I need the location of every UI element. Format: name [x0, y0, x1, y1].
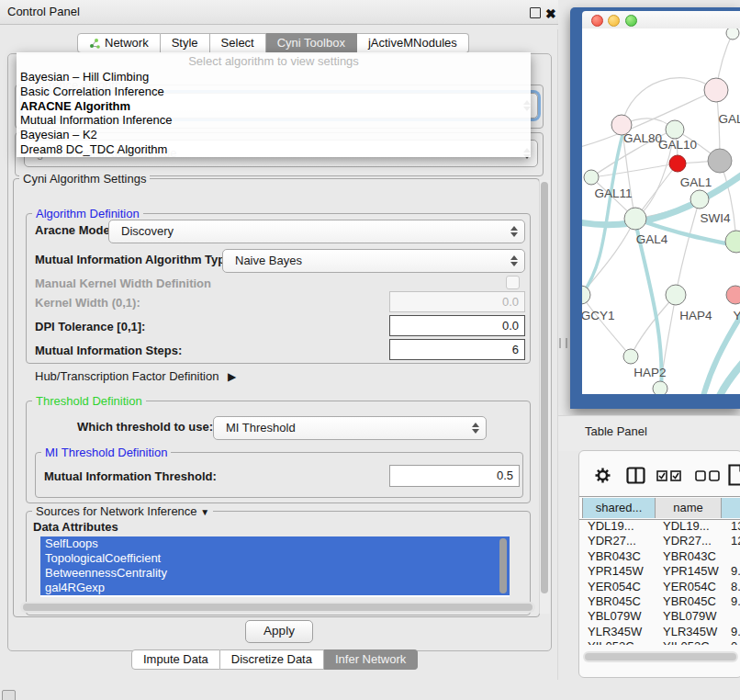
algorithm-option[interactable]: Basic Correlation Inference: [17, 85, 531, 99]
column-header-name[interactable]: name: [655, 498, 721, 518]
table-row[interactable]: YIL052C YIL052C 0.: [582, 639, 740, 645]
label-y-partial: Y: [733, 309, 740, 322]
bottom-tab-bar: Impute Data Discretize Data Infer Networ…: [131, 649, 418, 670]
settings-horizontal-scrollbar[interactable]: [20, 602, 535, 613]
attribute-list-item[interactable]: BetweennessCentrality: [40, 566, 510, 581]
tab-discretize-data[interactable]: Discretize Data: [220, 649, 324, 670]
node-gal4[interactable]: [624, 208, 646, 230]
data-attributes-label: Data Attributes: [33, 520, 118, 534]
algorithm-option[interactable]: Bayesian – K2: [17, 128, 531, 142]
deselect-all-icon[interactable]: [695, 470, 720, 481]
label-gal4: GAL4: [636, 232, 668, 246]
tab-select[interactable]: Select: [210, 33, 266, 53]
aracne-mode-label: Aracne Mode:: [35, 223, 114, 237]
mi-threshold-field[interactable]: 0.5: [389, 465, 520, 487]
hub-definition-toggle[interactable]: Hub/Transcription Factor Definition ▶: [35, 369, 236, 383]
label-hap4: HAP4: [679, 309, 712, 322]
table-horizontal-scrollbar-thumb[interactable]: [585, 653, 736, 660]
kernel-width-field[interactable]: 0.0: [389, 291, 525, 312]
table-row[interactable]: YBL079W YBL079W: [582, 609, 740, 624]
mi-steps-field[interactable]: 6: [389, 339, 525, 360]
table-header-row: shared... name: [579, 496, 740, 520]
aracne-mode-combobox[interactable]: Discovery: [108, 220, 525, 243]
node-right-green[interactable]: [725, 231, 740, 253]
zoom-traffic-light-icon[interactable]: [625, 15, 637, 27]
label-swi4: SWI4: [700, 211, 730, 225]
split-pane-grip[interactable]: [559, 338, 567, 348]
node-gray[interactable]: [708, 149, 732, 173]
panel-divider: [557, 29, 558, 680]
select-all-icon[interactable]: [656, 470, 681, 481]
node-pink-right[interactable]: [726, 286, 740, 304]
tab-cyni-toolbox[interactable]: Cyni Toolbox: [266, 33, 357, 53]
mi-algorithm-type-value: Naive Bayes: [235, 250, 302, 272]
table-row[interactable]: YDL19... YDL19... 13: [582, 519, 740, 534]
node-red[interactable]: [669, 155, 686, 172]
tab-infer-network[interactable]: Infer Network: [324, 649, 418, 670]
attribute-list-item[interactable]: TopologicalCoefficient: [40, 551, 510, 566]
network-window-titlebar[interactable]: [582, 11, 740, 29]
sources-group-title[interactable]: Sources for Network Inference ▼: [32, 505, 213, 519]
table-row[interactable]: YBR045C YBR045C 9.: [582, 594, 740, 609]
cyni-algorithm-settings-title: Cyni Algorithm Settings: [19, 173, 150, 186]
mi-steps-value: 6: [512, 340, 519, 359]
algorithm-option[interactable]: Dream8 DC_TDC Algorithm: [17, 142, 531, 157]
panel-title: Control Panel: [7, 0, 80, 24]
table-row[interactable]: YER054C YER054C 8.: [582, 580, 740, 594]
node-gal-partial[interactable]: [704, 78, 728, 102]
table-row[interactable]: YDR27... YDR27... 12: [582, 534, 740, 548]
table-row[interactable]: YLR345W YLR345W 9.: [582, 625, 740, 639]
algorithm-option[interactable]: Bayesian – Hill Climbing: [17, 70, 531, 85]
minimize-traffic-light-icon[interactable]: [608, 15, 620, 27]
column-header-shared[interactable]: shared...: [582, 498, 655, 518]
column-header-partial[interactable]: [721, 498, 740, 518]
node-gcy1[interactable]: [582, 286, 590, 304]
control-panel-titlebar: Control Panel: [0, 0, 558, 25]
node-swi4[interactable]: [690, 190, 709, 209]
data-attributes-list: SelfLoopsTopologicalCoefficientBetweenne…: [40, 536, 510, 597]
tab-style[interactable]: Style: [161, 33, 210, 53]
tab-network[interactable]: Network: [77, 33, 161, 53]
dpi-tolerance-field[interactable]: 0.0: [389, 315, 525, 336]
label-gal80: GAL80: [623, 131, 662, 145]
settings-vertical-scrollbar[interactable]: [539, 180, 550, 614]
node-partial-bottom[interactable]: [653, 381, 667, 394]
apply-button[interactable]: Apply: [245, 620, 313, 643]
node-gal11[interactable]: [584, 170, 599, 185]
table-row[interactable]: YBR043C YBR043C: [582, 549, 740, 564]
algorithm-option[interactable]: ARACNE Algorithm: [17, 99, 531, 114]
which-threshold-value: MI Threshold: [226, 417, 296, 439]
new-table-icon[interactable]: [728, 464, 740, 486]
attribute-list-item[interactable]: gal4RGexp: [40, 581, 510, 595]
attribute-list-item[interactable]: SelfLoops: [40, 536, 510, 551]
algorithm-option-list: Bayesian – Hill ClimbingBasic Correlatio…: [17, 70, 531, 157]
threshold-definition-title: Threshold Definition: [32, 395, 146, 408]
label-gal-partial: GAL: [718, 112, 740, 126]
dock-panel-icon[interactable]: [2, 690, 16, 700]
settings-vertical-scrollbar-thumb[interactable]: [541, 182, 548, 593]
close-traffic-light-icon[interactable]: [591, 15, 603, 27]
node-hap4[interactable]: [666, 285, 686, 305]
which-threshold-combobox[interactable]: MI Threshold: [213, 416, 487, 440]
manual-kernel-width-checkbox[interactable]: [506, 276, 520, 289]
table-horizontal-scrollbar[interactable]: [583, 651, 738, 662]
network-graph: GAL GAL80 GAL10 GAL1 GAL11 SWI4 GAL4 GCY…: [582, 28, 740, 394]
algorithm-option[interactable]: Mutual Information Inference: [17, 113, 531, 128]
network-canvas[interactable]: GAL GAL80 GAL10 GAL1 GAL11 SWI4 GAL4 GCY…: [582, 28, 740, 394]
float-window-icon[interactable]: [530, 7, 541, 18]
node-hap2[interactable]: [623, 349, 638, 364]
tab-impute-data[interactable]: Impute Data: [131, 649, 220, 670]
mi-threshold-value: 0.5: [497, 466, 513, 486]
table-row[interactable]: YPR145W YPR145W 9.: [582, 564, 740, 579]
network-view-window[interactable]: GAL GAL80 GAL10 GAL1 GAL11 SWI4 GAL4 GCY…: [570, 7, 740, 409]
attributes-list-scrollbar-thumb[interactable]: [499, 538, 507, 593]
mi-algorithm-type-combobox[interactable]: Naive Bayes: [222, 249, 525, 273]
node-gal10[interactable]: [666, 120, 684, 139]
columns-icon[interactable]: [626, 467, 645, 484]
gear-icon[interactable]: [594, 467, 611, 484]
settings-horizontal-scrollbar-thumb[interactable]: [23, 604, 533, 611]
chevron-right-icon: ▶: [228, 370, 236, 383]
tab-jactivemnodules[interactable]: jActiveMNodules: [357, 33, 469, 53]
node-partial-top[interactable]: [726, 28, 739, 40]
close-icon[interactable]: ✖: [545, 3, 556, 25]
